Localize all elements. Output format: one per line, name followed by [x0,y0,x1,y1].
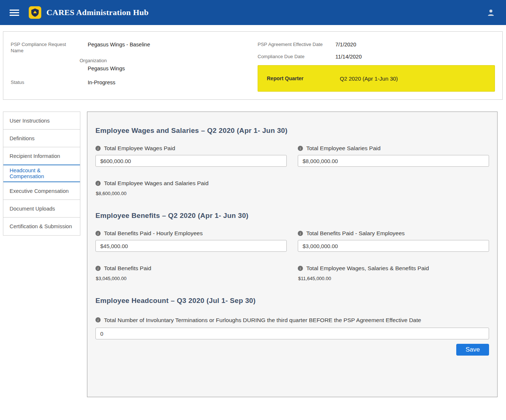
total-benefits-value: $3,045,000.00 [95,276,287,281]
info-icon[interactable]: i [95,266,101,271]
salaries-paid-input[interactable] [298,155,489,167]
sidebar-item-definitions[interactable]: Definitions [3,130,80,147]
benefits-salary-label: Total Benefits Paid - Salary Employees [306,230,405,237]
effective-date-label: PSP Agreement Effective Date [258,41,335,47]
terminations-input[interactable] [95,328,489,339]
hamburger-menu-icon[interactable] [10,10,19,16]
shield-icon [31,8,39,17]
effective-date-row: PSP Agreement Effective Date 7/1/2020 [258,41,495,48]
info-icon[interactable]: i [298,266,303,271]
sidebar-item-certification-submission[interactable]: Certification & Submission [3,218,80,235]
info-icon[interactable]: i [298,146,303,151]
wages-paid-input[interactable] [95,155,287,167]
compliance-summary-card: PSP Compliance Request Name Pegasus Wing… [3,31,503,100]
organization-value: Pegasus Wings [88,65,258,72]
benefits-salary-input[interactable] [298,240,489,252]
headcount-section-title: Employee Headcount – Q3 2020 (Jul 1- Sep… [95,297,489,305]
effective-date-value: 7/1/2020 [335,41,356,48]
total-wages-salaries-label: Total Employee Wages and Salaries Paid [104,180,209,187]
salaries-paid-field: i Total Employee Salaries Paid [298,145,489,167]
benefits-salary-field: i Total Benefits Paid - Salary Employees [298,230,489,252]
page: CARES Administration Hub PSP Compliance … [0,0,506,420]
total-all-compensation-field: i Total Employee Wages, Salaries & Benef… [298,265,489,281]
section-nav: User Instructions Definitions Recipient … [3,112,80,236]
total-wages-salaries-field: i Total Employee Wages and Salaries Paid… [95,180,489,196]
user-avatar-icon[interactable] [485,7,496,18]
report-quarter-label: Report Quarter [267,75,340,81]
organization-label: Organization [80,57,258,64]
benefits-section-title: Employee Benefits – Q2 2020 (Apr 1- Jun … [95,212,489,220]
request-name-value: Pegasus Wings - Baseline [88,41,150,48]
wages-section-title: Employee Wages and Salaries – Q2 2020 (A… [95,127,489,135]
total-all-compensation-value: $11,645,000.00 [298,276,489,281]
salaries-paid-label: Total Employee Salaries Paid [306,145,381,152]
organization-row: Organization Pegasus Wings [80,57,258,72]
wages-paid-field: i Total Employee Wages Paid [95,145,287,167]
terminations-label: Total Number of Involuntary Terminations… [104,315,421,325]
due-date-value: 11/14/2020 [335,53,362,60]
sidebar-item-user-instructions[interactable]: User Instructions [3,112,80,130]
status-label: Status [11,79,88,85]
total-wages-salaries-value: $8,600,000.00 [95,191,489,196]
save-button[interactable]: Save [456,344,489,356]
status-value: In-Progress [88,79,115,86]
wages-paid-label: Total Employee Wages Paid [104,145,175,152]
total-all-compensation-label: Total Employee Wages, Salaries & Benefit… [306,265,429,272]
app-logo [29,6,41,19]
request-name-label: PSP Compliance Request Name [11,41,71,54]
sidebar-item-headcount-compensation[interactable]: Headcount & Compensation [3,165,80,182]
total-benefits-label: Total Benefits Paid [104,265,151,272]
info-icon[interactable]: i [298,231,303,236]
headcount-compensation-form: Employee Wages and Salaries – Q2 2020 (A… [87,112,498,397]
top-bar: CARES Administration Hub [0,0,506,25]
due-date-label: Compliance Due Date [258,53,335,60]
status-row: Status In-Progress [11,79,258,86]
total-benefits-field: i Total Benefits Paid $3,045,000.00 [95,265,287,281]
info-icon[interactable]: i [95,146,101,151]
benefits-hourly-label: Total Benefits Paid - Hourly Employees [104,230,203,237]
info-icon[interactable]: i [95,317,101,322]
sidebar-item-executive-compensation[interactable]: Executive Compensation [3,182,80,200]
report-quarter-banner: Report Quarter Q2 2020 (Apr 1-Jun 30) [258,65,495,92]
info-icon[interactable]: i [95,231,101,236]
report-quarter-value: Q2 2020 (Apr 1-Jun 30) [340,75,398,82]
benefits-hourly-input[interactable] [95,240,287,252]
info-icon[interactable]: i [95,181,101,186]
app-title: CARES Administration Hub [46,8,149,17]
sidebar-item-recipient-information[interactable]: Recipient Information [3,147,80,165]
terminations-field: i Total Number of Involuntary Terminatio… [95,315,489,339]
request-name-row: PSP Compliance Request Name Pegasus Wing… [11,41,258,54]
benefits-hourly-field: i Total Benefits Paid - Hourly Employees [95,230,287,252]
sidebar-item-document-uploads[interactable]: Document Uploads [3,200,80,218]
due-date-row: Compliance Due Date 11/14/2020 [258,53,495,60]
